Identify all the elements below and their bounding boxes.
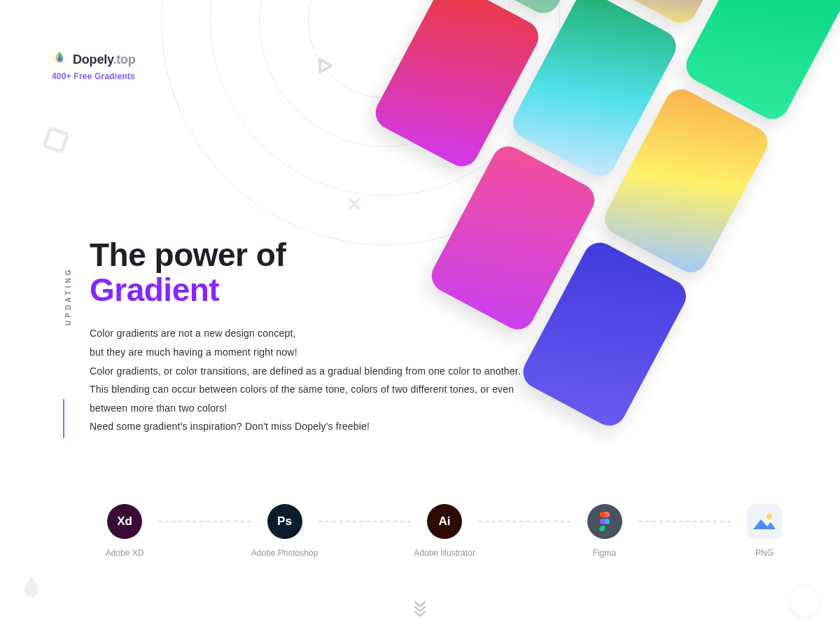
- floating-circle: [790, 587, 819, 616]
- tool-adobe-photoshop[interactable]: Ps Adobe Photoshop: [251, 504, 318, 559]
- logo-icon: [52, 50, 67, 69]
- tools-row: Xd Adobe XD Ps Adobe Photoshop Ai Adobe …: [91, 504, 798, 559]
- adobe-photoshop-icon: Ps: [267, 504, 302, 539]
- brand-header: Dopely.top 400+ Free Gradients: [52, 50, 136, 81]
- tool-adobe-illustrator[interactable]: Ai Adobe Illustrator: [411, 504, 478, 559]
- connector-line: [478, 521, 571, 522]
- svg-marker-0: [320, 59, 331, 73]
- updating-label: UPDATING: [64, 267, 72, 326]
- updating-accent-line: [63, 399, 64, 438]
- connector-line: [318, 521, 412, 522]
- scroll-chevrons-icon[interactable]: [414, 603, 426, 617]
- figma-icon: [587, 504, 622, 539]
- brand-name: Dopely.top: [73, 52, 136, 67]
- tool-label: Adobe Illustrator: [414, 547, 475, 559]
- tool-label: Figma: [593, 547, 616, 559]
- svg-point-5: [766, 514, 772, 519]
- adobe-illustrator-icon: Ai: [427, 504, 462, 539]
- tool-figma[interactable]: Figma: [571, 504, 638, 559]
- png-icon: [747, 504, 782, 539]
- tool-label: PNG: [755, 547, 774, 559]
- droplet-icon: [21, 574, 42, 599]
- square-icon: [38, 122, 74, 158]
- tool-label: Adobe Photoshop: [251, 547, 318, 559]
- svg-rect-1: [44, 128, 68, 152]
- tool-png[interactable]: PNG: [731, 504, 798, 559]
- connector-line: [158, 521, 251, 522]
- connector-line: [638, 521, 732, 522]
- brand-tagline: 400+ Free Gradients: [52, 71, 136, 81]
- adobe-xd-icon: Xd: [107, 504, 142, 539]
- tool-adobe-xd[interactable]: Xd Adobe XD: [91, 504, 158, 559]
- triangle-icon: [315, 56, 335, 76]
- hero-body: Color gradients are not a new design con…: [90, 324, 524, 436]
- svg-point-4: [604, 519, 610, 524]
- tool-label: Adobe XD: [106, 547, 144, 559]
